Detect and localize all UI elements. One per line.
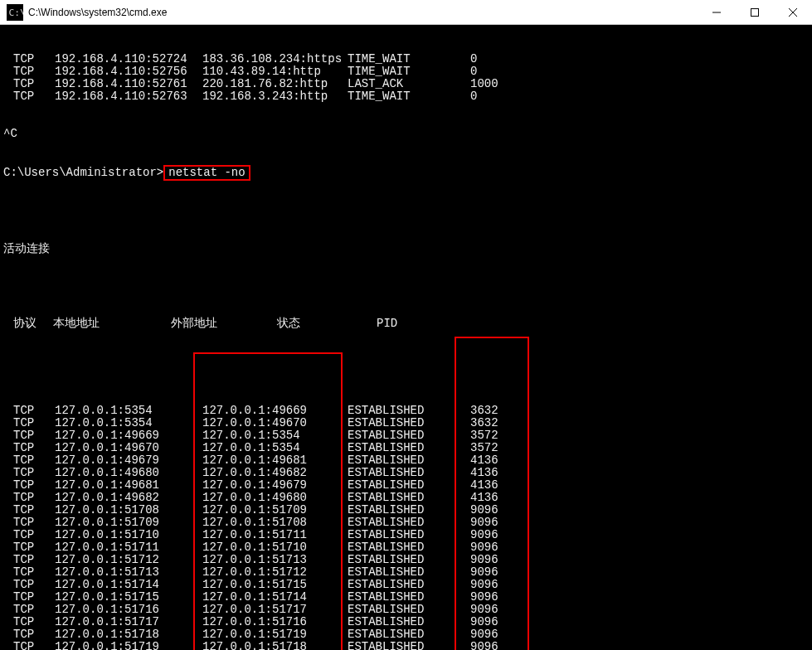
cell-pid: 9096 — [470, 541, 528, 554]
cell-pid: 9096 — [470, 616, 528, 628]
cell-foreign: 127.0.0.1:51719 — [202, 628, 348, 641]
cell-state: ESTABLISHED — [348, 467, 470, 479]
table-row: TCP127.0.0.1:51716127.0.0.1:51717ESTABLI… — [3, 604, 809, 616]
cell-pid: 9096 — [470, 591, 528, 604]
table-row: TCP127.0.0.1:5354127.0.0.1:49669ESTABLIS… — [3, 405, 809, 417]
cell-local: 192.168.4.110:52761 — [55, 78, 202, 90]
cell-foreign: 127.0.0.1:49669 — [202, 405, 348, 417]
header-pid: PID — [377, 318, 426, 330]
cell-foreign: 183.36.108.234:https — [202, 53, 348, 65]
cell-proto: TCP — [13, 65, 55, 78]
table-row: TCP127.0.0.1:51710127.0.0.1:51711ESTABLI… — [3, 529, 809, 541]
cell-proto: TCP — [13, 541, 55, 554]
cell-pid: 3572 — [470, 429, 528, 442]
cell-state: TIME_WAIT — [348, 65, 470, 78]
table-row: TCP127.0.0.1:51713127.0.0.1:51712ESTABLI… — [3, 566, 809, 579]
cell-proto: TCP — [13, 405, 55, 417]
table-row: TCP127.0.0.1:51719127.0.0.1:51718ESTABLI… — [3, 641, 809, 650]
cell-pid: 9096 — [470, 579, 528, 591]
table-row: TCP192.168.4.110:52756110.43.89.14:httpT… — [3, 65, 809, 78]
cell-foreign: 127.0.0.1:49680 — [202, 492, 348, 504]
cell-proto: TCP — [13, 579, 55, 591]
table-row: TCP127.0.0.1:5354127.0.0.1:49670ESTABLIS… — [3, 417, 809, 429]
cell-state: ESTABLISHED — [348, 628, 470, 641]
cell-proto: TCP — [13, 479, 55, 492]
cell-local: 127.0.0.1:51717 — [55, 616, 202, 628]
cell-proto: TCP — [13, 78, 55, 90]
cell-state: ESTABLISHED — [348, 504, 470, 517]
console-output[interactable]: TCP192.168.4.110:52724183.36.108.234:htt… — [0, 25, 812, 650]
cell-local: 127.0.0.1:49670 — [55, 442, 202, 454]
table-row: TCP127.0.0.1:49682127.0.0.1:49680ESTABLI… — [3, 492, 809, 504]
cell-local: 127.0.0.1:51712 — [55, 554, 202, 566]
cell-local: 127.0.0.1:51714 — [55, 579, 202, 591]
cell-proto: TCP — [13, 90, 55, 103]
minimize-button[interactable] — [698, 0, 736, 24]
cell-pid: 3572 — [470, 442, 528, 454]
cell-pid: 9096 — [470, 641, 528, 650]
cell-proto: TCP — [13, 517, 55, 529]
command-text: netstat -no — [168, 166, 245, 179]
cell-foreign: 127.0.0.1:51718 — [202, 641, 348, 650]
cell-pid: 4136 — [470, 479, 528, 492]
table-row: TCP127.0.0.1:51718127.0.0.1:51719ESTABLI… — [3, 628, 809, 641]
cell-foreign: 127.0.0.1:51708 — [202, 517, 348, 529]
cell-state: ESTABLISHED — [348, 641, 470, 650]
cell-local: 127.0.0.1:51708 — [55, 504, 202, 517]
table-header: 协议 本地地址 外部地址 状态 PID — [3, 318, 809, 330]
table-row: TCP127.0.0.1:49680127.0.0.1:49682ESTABLI… — [3, 467, 809, 479]
cell-foreign: 220.181.76.82:http — [202, 78, 348, 90]
cell-proto: TCP — [13, 641, 55, 650]
cell-state: ESTABLISHED — [348, 442, 470, 454]
cell-proto: TCP — [13, 566, 55, 579]
cell-pid: 3632 — [470, 405, 528, 417]
cell-local: 127.0.0.1:49682 — [55, 492, 202, 504]
cell-proto: TCP — [13, 616, 55, 628]
cell-local: 127.0.0.1:49679 — [55, 454, 202, 467]
cell-state: TIME_WAIT — [348, 53, 470, 65]
cell-local: 127.0.0.1:51715 — [55, 591, 202, 604]
table-row: TCP192.168.4.110:52763192.168.3.243:http… — [3, 90, 809, 103]
cell-local: 127.0.0.1:49680 — [55, 467, 202, 479]
cell-foreign: 127.0.0.1:49670 — [202, 417, 348, 429]
cell-state: ESTABLISHED — [348, 616, 470, 628]
cell-pid: 9096 — [470, 554, 528, 566]
table-row: TCP127.0.0.1:51714127.0.0.1:51715ESTABLI… — [3, 579, 809, 591]
cell-foreign: 127.0.0.1:51711 — [202, 529, 348, 541]
cell-foreign: 127.0.0.1:49679 — [202, 479, 348, 492]
maximize-button[interactable] — [736, 0, 774, 24]
cell-pid: 9096 — [470, 529, 528, 541]
cell-pid: 0 — [470, 53, 528, 65]
table-row: TCP192.168.4.110:52724183.36.108.234:htt… — [3, 53, 809, 65]
cell-local: 127.0.0.1:49669 — [55, 429, 202, 442]
table-row: TCP127.0.0.1:49679127.0.0.1:49681ESTABLI… — [3, 454, 809, 467]
cell-local: 127.0.0.1:51711 — [55, 541, 202, 554]
cell-proto: TCP — [13, 429, 55, 442]
active-connections-label: 活动连接 — [3, 243, 809, 255]
cell-local: 127.0.0.1:49681 — [55, 479, 202, 492]
table-row: TCP127.0.0.1:49670127.0.0.1:5354ESTABLIS… — [3, 442, 809, 454]
cell-state: ESTABLISHED — [348, 529, 470, 541]
cell-pid: 9096 — [470, 504, 528, 517]
cell-state: ESTABLISHED — [348, 429, 470, 442]
cell-proto: TCP — [13, 53, 55, 65]
cell-state: ESTABLISHED — [348, 554, 470, 566]
cell-pid: 0 — [470, 90, 528, 103]
close-button[interactable] — [774, 0, 812, 24]
cell-pid: 9096 — [470, 628, 528, 641]
cell-pid: 9096 — [470, 604, 528, 616]
cell-foreign: 127.0.0.1:51714 — [202, 591, 348, 604]
cell-local: 127.0.0.1:5354 — [55, 417, 202, 429]
cell-local: 127.0.0.1:51710 — [55, 529, 202, 541]
cell-pid: 4136 — [470, 467, 528, 479]
cell-foreign: 127.0.0.1:51716 — [202, 616, 348, 628]
cell-state: ESTABLISHED — [348, 417, 470, 429]
cell-proto: TCP — [13, 417, 55, 429]
cell-foreign: 127.0.0.1:5354 — [202, 442, 348, 454]
cell-foreign: 127.0.0.1:51709 — [202, 504, 348, 517]
header-state: 状态 — [277, 318, 377, 330]
cell-state: ESTABLISHED — [348, 591, 470, 604]
cell-foreign: 127.0.0.1:51717 — [202, 604, 348, 616]
window-controls — [698, 0, 812, 24]
cell-foreign: 127.0.0.1:49681 — [202, 454, 348, 467]
